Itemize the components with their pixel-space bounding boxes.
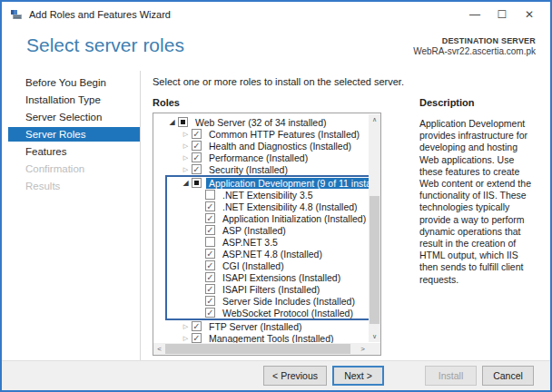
install-button[interactable]: Install xyxy=(425,366,477,386)
tree-item-asp-net-4-8-installed[interactable]: ASP.NET 4.8 (Installed) xyxy=(167,248,369,260)
description-column: Description Application Development prov… xyxy=(419,97,536,356)
tree-item-server-side-includes-installed[interactable]: Server Side Includes (Installed) xyxy=(167,295,369,307)
checkbox[interactable] xyxy=(205,249,215,259)
sidebar-item-confirmation: Confirmation xyxy=(8,162,140,176)
expander-collapsed-icon[interactable]: ▷ xyxy=(180,140,192,152)
tree-item-websocket-protocol-installed[interactable]: WebSocket Protocol (Installed) xyxy=(167,307,369,318)
wizard-body: Before You BeginInstallation TypeServer … xyxy=(2,71,550,360)
tree-item-isapi-filters-installed[interactable]: ISAPI Filters (Installed) xyxy=(167,283,369,295)
tree-item-cgi-installed[interactable]: CGI (Installed) xyxy=(167,260,369,271)
wizard-footer: < PreviousNext >InstallCancel xyxy=(2,360,550,390)
tree-item-label: FTP Server (Installed) xyxy=(206,321,305,332)
checkbox[interactable] xyxy=(192,152,202,162)
selected-role-group-outline: ◢Application Development (9 of 11 instal… xyxy=(165,175,369,320)
roles-tree: ◢Web Server (32 of 34 installed)▷Common … xyxy=(153,113,381,356)
tree-item-label: Application Initialization (Installed) xyxy=(220,213,369,224)
checkbox[interactable] xyxy=(192,129,202,139)
vertical-scrollbar-thumb[interactable] xyxy=(370,196,380,324)
horizontal-scrollbar-thumb[interactable] xyxy=(165,344,350,354)
sidebar-item-server-roles[interactable]: Server Roles xyxy=(8,127,140,142)
checkbox[interactable] xyxy=(192,321,202,331)
roles-column: Roles ◢Web Server (32 of 34 installed)▷C… xyxy=(153,97,381,356)
expander-expanded-icon[interactable]: ◢ xyxy=(166,116,178,128)
sidebar-item-before-you-begin[interactable]: Before You Begin xyxy=(8,75,140,90)
tree-item-common-http-features-installed[interactable]: ▷Common HTTP Features (Installed) xyxy=(153,128,369,140)
expander-collapsed-icon[interactable]: ▷ xyxy=(180,128,192,140)
scroll-up-icon[interactable]: ∧ xyxy=(369,114,380,125)
tree-item-net-extensibility-4-8-installed[interactable]: .NET Extensibility 4.8 (Installed) xyxy=(167,201,369,212)
scroll-down-icon[interactable]: ∨ xyxy=(369,331,380,342)
tree-item-net-extensibility-3-5[interactable]: .NET Extensibility 3.5 xyxy=(167,189,369,201)
wizard-steps-sidebar: Before You BeginInstallation TypeServer … xyxy=(2,71,141,360)
tree-item-label: WebSocket Protocol (Installed) xyxy=(220,308,356,318)
checkbox[interactable] xyxy=(192,141,202,151)
checkbox[interactable] xyxy=(192,333,202,343)
roles-tree-content: ◢Web Server (32 of 34 installed)▷Common … xyxy=(153,114,369,343)
tree-item-security-installed[interactable]: ▷Security (Installed) xyxy=(153,163,369,175)
instruction-text: Select one or more roles to install on t… xyxy=(153,76,536,87)
tree-item-label: ISAPI Filters (Installed) xyxy=(220,284,322,295)
checkbox[interactable] xyxy=(205,237,215,247)
tree-item-management-tools-installed[interactable]: ▷Management Tools (Installed) xyxy=(153,332,369,343)
tree-item-asp-installed[interactable]: ASP (Installed) xyxy=(167,224,369,236)
tree-item-performance-installed[interactable]: ▷Performance (Installed) xyxy=(153,152,369,163)
tree-item-label: Management Tools (Installed) xyxy=(206,333,337,344)
scroll-left-icon[interactable]: < xyxy=(153,345,165,353)
tree-item-application-development-9-of-11-installed[interactable]: ◢Application Development (9 of 11 instal… xyxy=(167,177,369,189)
content-columns: Roles ◢Web Server (32 of 34 installed)▷C… xyxy=(153,97,536,356)
tree-item-label: ISAPI Extensions (Installed) xyxy=(220,272,343,283)
checkbox[interactable] xyxy=(178,117,188,127)
checkbox[interactable] xyxy=(205,190,215,200)
window-controls: — ☐ ✕ xyxy=(461,5,543,24)
expander-expanded-icon[interactable]: ◢ xyxy=(180,177,192,189)
checkbox[interactable] xyxy=(192,178,202,188)
tree-item-health-and-diagnostics-installed[interactable]: ▷Health and Diagnostics (Installed) xyxy=(153,140,369,152)
window-title: Add Roles and Features Wizard xyxy=(29,9,461,20)
tree-item-isapi-extensions-installed[interactable]: ISAPI Extensions (Installed) xyxy=(167,271,369,283)
vertical-scrollbar[interactable]: ∧ ∨ xyxy=(369,114,380,342)
next-button[interactable]: Next > xyxy=(332,366,384,386)
checkbox[interactable] xyxy=(205,308,215,318)
expander-collapsed-icon[interactable]: ▷ xyxy=(180,332,192,343)
checkbox[interactable] xyxy=(205,296,215,306)
destination-server-label: DESTINATION SERVER xyxy=(413,35,536,46)
sidebar-item-server-selection[interactable]: Server Selection xyxy=(8,110,140,124)
sidebar-item-features[interactable]: Features xyxy=(8,144,140,159)
checkbox[interactable] xyxy=(205,272,215,282)
tree-item-web-server-32-of-34-installed[interactable]: ◢Web Server (32 of 34 installed) xyxy=(153,116,369,128)
checkbox[interactable] xyxy=(205,201,215,211)
checkbox[interactable] xyxy=(205,225,215,235)
sidebar-item-installation-type[interactable]: Installation Type xyxy=(8,93,140,107)
tree-item-label: ASP (Installed) xyxy=(220,225,289,236)
page-title: Select server roles xyxy=(26,34,184,71)
horizontal-scrollbar[interactable]: < > xyxy=(153,343,369,355)
scroll-right-icon[interactable]: > xyxy=(357,345,369,353)
destination-server-name: WebRA-svr22.ascertia.com.pk xyxy=(413,46,536,57)
checkbox[interactable] xyxy=(205,213,215,223)
tree-item-label: .NET Extensibility 3.5 xyxy=(220,190,316,201)
tree-item-asp-net-3-5[interactable]: ASP.NET 3.5 xyxy=(167,236,369,248)
description-text: Application Development provides infrast… xyxy=(419,118,536,286)
tree-item-label: Common HTTP Features (Installed) xyxy=(206,129,362,140)
tree-item-label: Server Side Includes (Installed) xyxy=(220,296,358,307)
app-icon xyxy=(10,8,23,21)
tree-item-label: CGI (Installed) xyxy=(220,260,287,271)
tree-item-label: Health and Diagnostics (Installed) xyxy=(206,141,354,152)
previous-button[interactable]: < Previous xyxy=(263,366,327,386)
cancel-button[interactable]: Cancel xyxy=(482,366,534,386)
checkbox[interactable] xyxy=(205,260,215,270)
title-bar: Add Roles and Features Wizard — ☐ ✕ xyxy=(2,2,550,27)
maximize-icon[interactable]: ☐ xyxy=(488,5,516,24)
checkbox[interactable] xyxy=(192,164,202,174)
main-content: Select one or more roles to install on t… xyxy=(141,71,550,360)
expander-collapsed-icon[interactable]: ▷ xyxy=(180,163,192,175)
expander-collapsed-icon[interactable]: ▷ xyxy=(180,320,192,332)
tree-item-application-initialization-installed[interactable]: Application Initialization (Installed) xyxy=(167,212,369,224)
minimize-icon[interactable]: — xyxy=(461,5,488,24)
tree-item-label: Application Development (9 of 11 install… xyxy=(206,178,369,189)
close-icon[interactable]: ✕ xyxy=(516,5,543,24)
expander-collapsed-icon[interactable]: ▷ xyxy=(180,152,192,163)
description-label: Description xyxy=(419,97,536,108)
tree-item-ftp-server-installed[interactable]: ▷FTP Server (Installed) xyxy=(153,320,369,332)
checkbox[interactable] xyxy=(205,284,215,294)
